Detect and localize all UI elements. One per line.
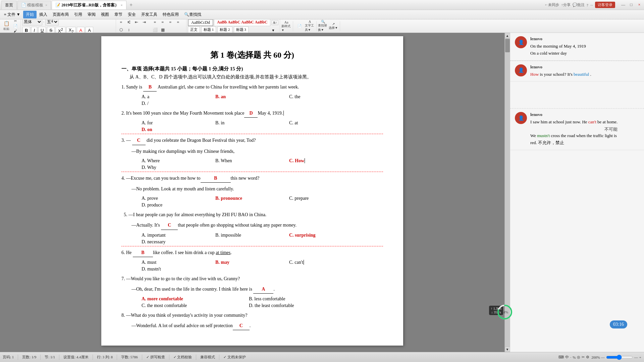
styles-dropdown[interactable]: ▼ [271,28,278,32]
scroll-down-arrow[interactable]: ▼ [505,347,510,352]
format-painter-button[interactable]: 🖌 [12,29,19,33]
borders-button[interactable]: ⬜ [151,26,159,33]
style-h2-btn[interactable]: 标题 2 [217,26,232,33]
minimize-button[interactable]: — [620,2,627,8]
q1-option-a: A. a [142,94,215,100]
avatar-icon: 👤 [518,40,524,45]
section1-heading: 一、单项 选择(本题共 15 小题；每小题 1 分,满分 15 分) [121,66,383,72]
maximize-button[interactable]: □ [628,2,635,8]
q1-option-c: C. the [289,94,363,100]
q1-option-b: B. an [215,94,289,100]
text-format-button[interactable]: Aa 新样式▼ [281,21,291,31]
subscript-button[interactable]: X2 [66,27,76,33]
zoom-slider[interactable] [606,355,633,360]
menu-special[interactable]: 特色应用 [160,11,181,18]
font-group: 黑体 · 五号 B I U S X2 X2 A A [22,19,116,33]
share-label[interactable]: ↑分享 [561,2,571,7]
paste-button[interactable]: 📋 粘贴 [1,21,11,31]
font-family-select[interactable]: 黑体 [22,19,42,25]
style-h3-btn[interactable]: 标题 3 [234,26,249,33]
select-button[interactable]: ↗ 选择▼ [328,21,338,31]
avatar-icon-3: 👤 [518,115,524,121]
menu-security[interactable]: 安全 [125,11,139,18]
menu-start[interactable]: 开始 [23,11,37,18]
doc-tab-close[interactable]: × [121,3,123,7]
zoom-plus[interactable]: + [639,355,641,359]
q4-options: A. prove B. pronounce C. prepare D. prod… [142,195,383,208]
q3-blank: C [132,136,146,145]
text-tool-button[interactable]: A 文字工具▼ [305,21,315,31]
new-tab-button[interactable]: + [127,1,135,9]
text-format-icon: Aa [284,20,288,24]
right-panel: 👤 lenovo On the morning of May 4, 1919 O… [510,33,644,352]
tab-home[interactable]: 首页 [1,1,17,9]
chat-text-2b: is your school? It's [540,72,574,77]
list-bullet-button[interactable]: ≡ [117,19,125,26]
document-area[interactable]: 第 1 卷(选择题 共 60 分) 一、单项 选择(本题共 15 小题；每小题 … [0,33,504,352]
italic-button[interactable]: I [31,27,37,33]
comment-label[interactable]: 💬批注 [573,2,585,7]
highlight-color-button[interactable]: A [86,27,93,33]
zoom-minus[interactable]: — [634,355,638,359]
menu-dev-tools[interactable]: 开发工具 [139,11,160,18]
chat-cant-text: can't [588,119,596,124]
style-h1-btn[interactable]: 标题 1 [201,26,216,33]
cut-button[interactable]: ✂ [12,19,19,23]
menu-view[interactable]: 视图 [98,11,112,18]
status-sep-7 [169,355,169,360]
align-left2-button[interactable]: ≡ [151,19,159,26]
find-replace-button[interactable]: 🔍 查找替换▼ [318,21,328,31]
underline-button[interactable]: U [38,27,46,33]
menu-reference[interactable]: 引用 [71,11,85,18]
find-icon: 🔍 [321,20,325,23]
status-bar: 页码: 1 页数: 1/9 节: 1/1 设置值: 4.4厘米 行: 3 列: … [0,352,644,362]
shading-button[interactable]: ▦ [159,26,166,33]
new-style-button[interactable]: A↑ [271,20,278,25]
tab-template[interactable]: 📄 模板模板 × [17,1,51,9]
font-size-select[interactable]: 五号 [45,19,59,25]
scroll-up-arrow[interactable]: ▲ [505,33,510,38]
copy-button[interactable]: 📄 [12,24,19,28]
close-button[interactable]: × [636,2,643,8]
paste-label: 粘贴 [3,27,9,31]
scroll-thumb[interactable] [505,39,510,52]
superscript-button[interactable]: X2 [56,27,65,33]
style-h1[interactable]: AaBb AaBbC AaBbC AaBbC [214,19,270,26]
chat-beautiful-text: beautiful [574,72,589,77]
justify-button[interactable]: ≡ [174,19,182,26]
question-5b: —Actually. It's Cthat people often go sh… [131,221,383,230]
login-button[interactable]: 访客登录 [595,2,615,8]
help-button[interactable]: ? [587,3,588,7]
bold-button[interactable]: B [22,27,30,33]
template-tab-close[interactable]: × [45,3,47,7]
menu-search[interactable]: 🔍查找找 [181,11,204,18]
status-sep-3 [59,355,59,360]
q3-option-d: D. Why [142,164,215,171]
document-page: 第 1 卷(选择题 共 60 分) 一、单项 选择(本题共 15 小题；每小题 … [101,36,403,346]
font-color-button[interactable]: A [77,27,85,33]
style-normal-btn[interactable]: 正文 [188,26,200,33]
line-spacing-button[interactable]: ↕ [125,26,132,33]
strikethrough-button[interactable]: S [47,27,55,33]
menu-section[interactable]: 章节 [112,11,125,18]
style-normal[interactable]: AaBbCcDd [188,19,213,26]
list-number-button[interactable]: ⑆ [125,19,132,26]
menu-review[interactable]: 审阅 [85,11,98,18]
menu-file[interactable]: ≡ 文件 ▼ [1,11,23,18]
menu-page-layout[interactable]: 页面布局 [50,11,71,18]
align-left-button[interactable]: ⬡ [117,26,125,33]
indent-button[interactable]: ⇥ [141,19,148,26]
chat-text-3a: I saw him at school just now. He can't b… [530,119,618,126]
align-right-button[interactable]: ≡ [167,19,174,26]
outdent-button[interactable]: ⇤ [133,19,140,26]
status-spell: ✓ 拼写检查 [146,355,165,360]
menu-insert[interactable]: 插入 [37,11,50,18]
chat-mustnt-text: mustn't [537,133,550,138]
question-2: 2. It's been 100 years since the May Fou… [121,109,383,118]
chat-text-1a: On the morning of May 4, 1919 [530,43,586,50]
tab-doc[interactable]: 📝 2019年江苏省...RD版，含答案） × [52,1,126,9]
more-button[interactable]: ··· [590,3,593,7]
question-3b: —By making rice dumplings with my Chines… [131,147,383,156]
file-tools-button[interactable]: 📄 [294,21,305,31]
align-center-button[interactable]: ≡ [159,19,166,26]
